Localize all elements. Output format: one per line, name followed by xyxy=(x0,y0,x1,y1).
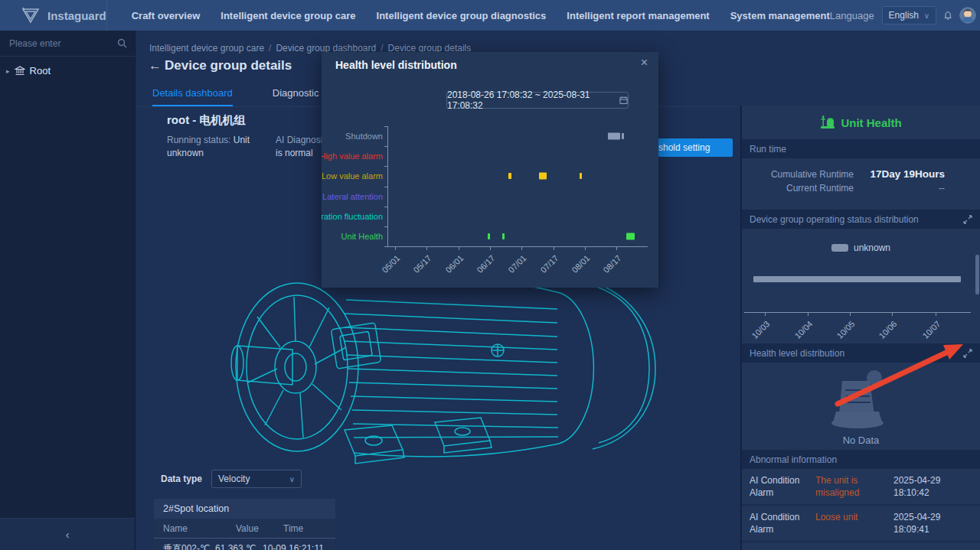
tab-details-dashboard[interactable]: Details dashboard xyxy=(152,87,233,106)
chart-mark-shutdown[interactable] xyxy=(608,133,620,140)
breadcrumb-item-1[interactable]: Intelligent device group care xyxy=(149,43,264,54)
nav-item-intelligent-report-management[interactable]: Intelligent report management xyxy=(567,10,709,21)
chart-category-label-vibration-fluctuation: Vibration fluctuation xyxy=(322,212,383,221)
back-arrow-icon[interactable]: ← xyxy=(149,58,162,73)
nav-item-intelligent-device-group-diagnostics[interactable]: Intelligent device group diagnostics xyxy=(377,10,547,21)
spot-table-title: 2#Spot location xyxy=(154,499,335,519)
language-select-value: English xyxy=(889,10,919,21)
unit-health-panel: Unit Health Run time Cumulative Runtime1… xyxy=(740,106,980,550)
abnormal-information-header-label: Abnormal information xyxy=(750,454,837,465)
nav-item-craft-overview[interactable]: Craft overview xyxy=(132,10,201,21)
runtime-value: 17Day 19Hours xyxy=(854,168,980,181)
runtime-label: Current Runtime xyxy=(742,181,854,195)
chart-mark-unit-health[interactable] xyxy=(626,233,635,239)
status-bar-segment-unknown[interactable] xyxy=(753,276,961,282)
abnormal-information-header: Abnormal information xyxy=(742,450,980,469)
table-row-1[interactable]: 垂直002-℃61.363 ℃10-09 16:21:11 xyxy=(154,539,335,550)
no-data-label: No Data xyxy=(742,434,980,446)
chart-category-label-unit-health: Unit Health xyxy=(322,232,383,241)
chart-y-tick xyxy=(384,146,387,147)
health-distribution-header: Health level distribution xyxy=(742,343,980,363)
no-data-illustration-icon xyxy=(819,367,903,430)
runtime-row-cumulative-runtime: Cumulative Runtime17Day 19Hours xyxy=(742,168,980,181)
abnormal-time: 2025-04-29 18:10:42 xyxy=(893,474,972,499)
unit-health-title: Unit Health xyxy=(841,116,901,129)
chart-y-tick xyxy=(384,207,387,207)
chart-category-label-high-value-alarm: High value alarm xyxy=(322,151,383,161)
date-range-picker[interactable]: 2018-08-26 17:08:32 ~ 2025-08-31 17:08:3… xyxy=(446,92,629,109)
chart-x-tick xyxy=(459,247,459,250)
chart-x-tick xyxy=(554,247,554,250)
spot-location-table: 2#Spot location NameValueTime 垂直002-℃61.… xyxy=(154,499,335,550)
abnormal-message: The unit is misaligned xyxy=(815,474,887,499)
chart-mark-unit-health[interactable] xyxy=(502,233,505,239)
notification-bell-icon[interactable] xyxy=(944,9,952,22)
chart-y-axis xyxy=(387,126,388,246)
chart-mark-shutdown[interactable] xyxy=(622,133,624,139)
brand[interactable]: Instaguard xyxy=(0,0,107,31)
chart-x-tick xyxy=(585,247,586,250)
search-input[interactable] xyxy=(8,37,113,50)
chart-category-label-lateral-attention: Lateral attention xyxy=(322,192,383,201)
chart-mark-unit-health[interactable] xyxy=(488,233,490,239)
search-icon[interactable] xyxy=(117,38,127,48)
expand-icon[interactable] xyxy=(963,349,972,358)
unit-health-title-row: Unit Health xyxy=(742,106,980,139)
chart-x-tick xyxy=(892,313,893,316)
page-scrollbar-thumb[interactable] xyxy=(975,255,979,295)
health-distribution-empty: No Data xyxy=(742,363,980,450)
status-distribution-header: Device group operating status distributi… xyxy=(742,210,980,229)
abnormal-row-2[interactable]: AI Condition AlarmLoose unit2025-04-29 1… xyxy=(742,506,980,542)
nav-item-intelligent-device-group-care[interactable]: Intelligent device group care xyxy=(220,10,355,21)
sidebar-footer: ‹ xyxy=(0,518,135,550)
run-time-content: Cumulative Runtime17Day 19HoursCurrent R… xyxy=(742,158,980,210)
sidebar-collapse-icon[interactable]: ‹ xyxy=(66,529,70,541)
chart-y-tick xyxy=(384,126,387,127)
tree-item-label: Root xyxy=(30,65,51,76)
abnormal-type: AI Condition Alarm xyxy=(750,474,809,499)
legend-swatch-unknown xyxy=(831,244,848,252)
nav-item-system-management[interactable]: System management xyxy=(730,10,830,21)
abnormal-information-list: AI Condition AlarmThe unit is misaligned… xyxy=(742,469,980,550)
chart-mark-low-value-alarm[interactable] xyxy=(539,173,547,180)
sidebar-item-root[interactable]: ▸Root xyxy=(0,57,135,85)
expand-icon[interactable] xyxy=(963,215,972,224)
abnormal-row-1[interactable]: AI Condition AlarmThe unit is misaligned… xyxy=(742,469,980,506)
app-root: Instaguard Craft overviewIntelligent dev… xyxy=(0,0,980,550)
chart-x-tick xyxy=(936,313,936,316)
chart-category-label-shutdown: Shutdown xyxy=(322,132,383,141)
runtime-label: Cumulative Runtime xyxy=(742,168,854,181)
run-time-header-label: Run time xyxy=(750,144,786,155)
abnormal-message: Loose unit xyxy=(815,511,887,535)
building-icon xyxy=(15,66,25,76)
running-status-block: Running status: Unit unknown xyxy=(167,134,257,160)
data-type-label: Data type xyxy=(161,474,202,484)
chevron-down-icon: ∨ xyxy=(924,11,929,20)
language-select[interactable]: English ∨ xyxy=(882,6,937,24)
legend-label-unknown[interactable]: unknown xyxy=(854,242,890,253)
calendar-icon xyxy=(619,96,628,105)
modal-title: Health level distribution xyxy=(335,59,457,71)
chart-mark-low-value-alarm[interactable] xyxy=(508,173,511,179)
device-group-name: root - 电机机组 xyxy=(167,113,246,128)
abnormal-row-3[interactable]: AI Condition AlarmThe unit is misaligned… xyxy=(742,542,980,550)
chart-y-tick xyxy=(384,226,387,227)
close-icon[interactable]: × xyxy=(641,57,648,69)
data-type-select[interactable]: Velocity ∨ xyxy=(211,470,302,488)
chevron-down-icon: ∨ xyxy=(289,475,295,483)
modal-health-chart: ShutdownHigh value alarmLow value alarmL… xyxy=(322,121,658,285)
column-header-name: Name xyxy=(163,523,236,534)
health-level-distribution-modal: Health level distribution × 2018-08-26 1… xyxy=(322,52,658,288)
page-title: Device group details xyxy=(165,58,292,73)
data-type-row: Data type Velocity ∨ xyxy=(161,470,302,488)
chart-x-tick xyxy=(616,247,617,250)
chart-mark-low-value-alarm[interactable] xyxy=(580,173,582,179)
unit-machine-icon xyxy=(820,116,835,129)
tree-caret-icon[interactable]: ▸ xyxy=(6,67,10,75)
sidebar-search xyxy=(0,31,135,57)
chart-x-tick xyxy=(490,247,491,250)
tab-bar: Details dashboardDiagnostic report xyxy=(152,87,348,106)
status-distribution-chart: unknown 10/0310/0410/0510/0610/07 xyxy=(742,229,980,343)
user-avatar[interactable] xyxy=(959,7,976,24)
column-header-value: Value xyxy=(236,523,283,534)
